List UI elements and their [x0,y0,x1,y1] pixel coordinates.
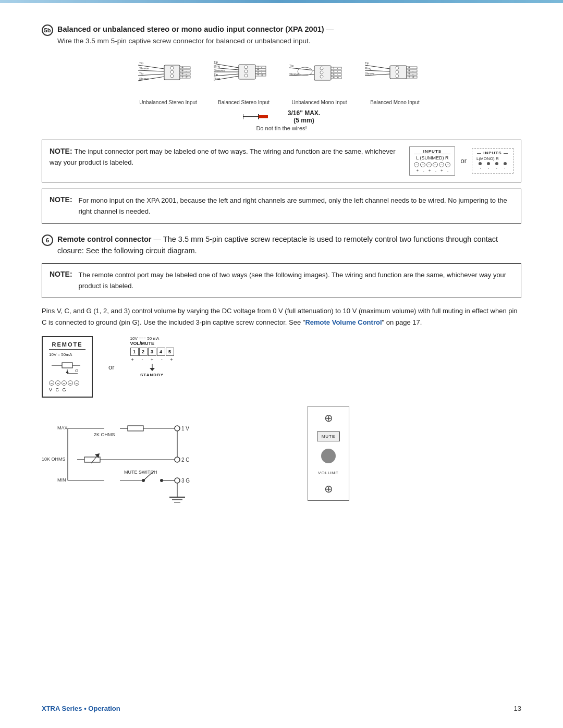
note-box-1: NOTE: The input connector port may be la… [42,140,521,182]
section-6: 6 Remote control connector — The 3.5 mm … [42,234,521,526]
screw-6 [445,162,450,167]
note-remote-text: The remote control port may be labeled o… [79,270,513,292]
max-dimension-note: 3/16" MAX. (5 mm) Do not tin the wires! [42,109,521,131]
body-text-remote: Pins V, C, and G (1, 2, and 3) control v… [42,305,521,328]
svg-rect-98 [62,363,72,368]
remote-voltage: 10V = 50mA [49,352,85,357]
inputs-or-text: or [460,157,467,165]
label-balanced-mono: Balanced Mono Input [370,100,420,105]
circuit-svg: MAX 10K OHMS MIN 2K OHMS [42,406,292,526]
volume-knob [321,449,336,463]
note-remote-label: NOTE: [50,270,72,278]
inputs-label-2: — INPUTS — [476,151,509,155]
footer-page-number: 13 [514,705,521,712]
note-box-remote: NOTE: The remote control port may be lab… [42,263,521,299]
standby-arrow-svg [144,364,160,371]
pin-5: 5 [166,348,174,356]
svg-text:1  V: 1 V [181,426,189,431]
r-screw-1 [49,380,54,386]
pin-4: 4 [157,348,165,356]
svg-text:»: » [412,75,414,79]
page-ref: 17 [412,318,420,326]
note-2-label: NOTE: [50,195,72,204]
r-screw-4 [68,380,73,386]
dot-1 [479,162,482,165]
note-2-text: For mono input on the XPA 2001, because … [79,195,513,217]
pin-3: 3 [148,348,156,356]
do-not-tin: Do not tin the wires! [256,125,307,131]
svg-text:2K OHMS: 2K OHMS [94,432,115,437]
or-text-remote: or [108,363,115,371]
svg-text:Tip: Tip [365,61,370,65]
dot-row-1 [476,162,509,165]
svg-point-34 [244,66,248,69]
screw-row [414,162,450,167]
inputs-diagram-1: INPUTS L (SUMMED) R +-+-+- [409,146,455,176]
connector-unbalanced-mono: Tip Sleeve + - + - + - + » Unbalanced Mo… [289,57,349,105]
svg-text:Sleeve: Sleeve [365,72,375,75]
vcg-labels: V C G [49,387,85,392]
svg-line-1 [138,70,164,71]
inputs-lr-2: L(MONO) R [476,156,509,161]
note-1-label: NOTE: [50,147,72,155]
connector-balanced-mono: Tip Ring Sleeve + - + - + - + » Balanced… [365,57,425,105]
svg-text:2  C: 2 C [181,457,190,463]
section-5b-subtitle: Wire the 3.5 mm 5-pin captive screw conn… [57,37,334,45]
svg-text:10K OHMS: 10K OHMS [42,456,66,462]
max-arrow-row: 3/16" MAX. (5 mm) [243,109,320,124]
svg-text:G: G [75,368,78,373]
section-badge-5b: 5b [42,24,53,36]
svg-text:»: » [186,75,188,79]
big-circuit-diagram: MAX 10K OHMS MIN 2K OHMS [42,406,521,526]
remote-screw-row [49,380,85,386]
connector-diagrams-row: Tip Sleeve Tip Sleeve + - + - + - + » Un… [42,57,521,105]
max-arrow-svg [243,112,285,122]
svg-text:Ring: Ring [214,77,220,80]
svg-text:Tip: Tip [214,60,218,64]
connector-svg-unbalanced-stereo: Tip Sleeve Tip Sleeve + - + - + - + » [138,57,198,96]
svg-point-10 [170,70,174,73]
section-5b: 5b Balanced or unbalanced stereo or mono… [42,24,521,224]
screw-3 [426,162,432,167]
pm-row-2: ···· [476,166,509,171]
svg-point-81 [396,75,399,78]
screw-1 [414,162,419,167]
mute-button-display: MUTE [317,431,340,441]
remote-potentiometer-svg: G [49,359,85,377]
volt-mute-header: 10V === 50 mA VOL/MUTE [130,336,174,346]
inputs-label-1: INPUTS [414,149,450,154]
svg-marker-105 [150,368,155,371]
plus-symbol-bottom: ⊕ [324,483,333,495]
note-1-images: INPUTS L (SUMMED) R +-+-+- [409,146,513,176]
remote-connector-box: REMOTE 10V = 50mA G [42,336,93,398]
svg-point-126 [175,457,180,462]
svg-rect-121 [128,426,143,431]
svg-point-59 [320,75,323,78]
numbered-pins-container: 10V === 50 mA VOL/MUTE 1 2 3 4 5 +-+-+ [130,336,174,377]
max-mm: (5 mm) [288,117,320,124]
svg-text:MAX: MAX [57,425,68,430]
svg-rect-96 [259,115,268,118]
svg-marker-101 [66,371,69,373]
svg-text:+: + [257,73,259,77]
remote-volume-link[interactable]: Remote Volume Control [305,318,382,326]
pm-row: +-+-+- [414,168,450,173]
control-panel-illustration: ⊕ MUTE VOLUME ⊕ [308,406,349,501]
footer-brand: XTRA Series • Operation [42,704,120,712]
svg-text:»: » [261,73,263,77]
pin-1: 1 [130,348,139,356]
inputs-lr-row: L (SUMMED) R [414,155,450,161]
inputs-diagram-2: — INPUTS — L(MONO) R ···· [472,148,513,174]
note-1-main: NOTE: The input connector port may be la… [50,146,403,168]
svg-text:Tip: Tip [139,72,144,75]
dot-3 [495,162,498,165]
svg-rect-111 [84,457,100,462]
r-screw-2 [55,380,60,386]
screw-2 [420,162,425,167]
svg-point-123 [175,426,180,431]
svg-text:3  G: 3 G [181,478,190,484]
screw-5 [439,162,444,167]
standby-label: STANDBY [130,364,174,377]
svg-point-139 [175,478,180,483]
volume-label: VOLUME [318,471,339,475]
